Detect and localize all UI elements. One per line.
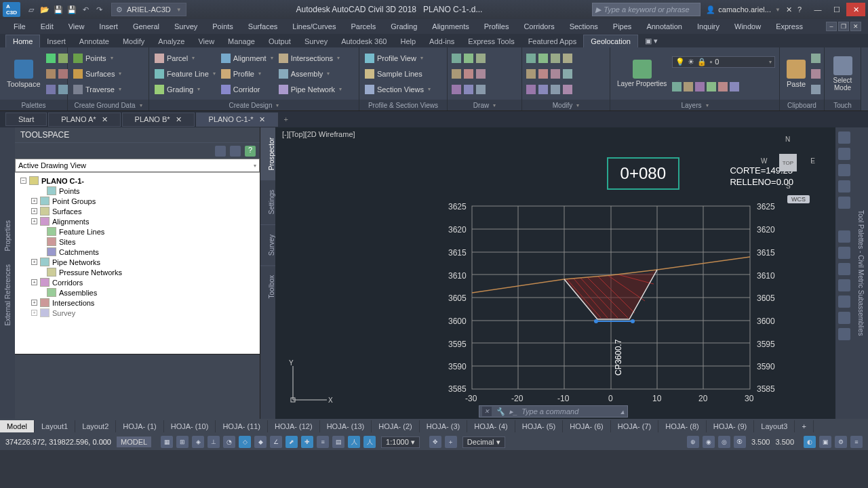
array-icon[interactable] <box>551 85 560 94</box>
shelf-xrefs[interactable]: External References <box>4 258 12 333</box>
menu-surfaces[interactable]: Surfaces <box>241 21 284 32</box>
scale-icon[interactable] <box>538 85 548 94</box>
layout-1[interactable]: Layout1 <box>35 420 75 432</box>
copy-clip-icon[interactable] <box>811 69 821 79</box>
tab-output[interactable]: Output <box>262 35 298 47</box>
traverse-button[interactable]: Traverse▾ <box>72 84 123 95</box>
menu-file[interactable]: File <box>7 21 33 32</box>
menu-window[interactable]: Window <box>728 21 768 32</box>
layout-add[interactable]: + <box>795 420 813 432</box>
nav-tool-6[interactable] <box>838 312 850 324</box>
open-icon[interactable]: 📂 <box>39 4 50 15</box>
tab-insert[interactable]: Insert <box>40 35 73 47</box>
rotate-icon[interactable] <box>538 54 548 63</box>
layout-h9[interactable]: HOJA- (9) <box>707 420 755 432</box>
node-pressurenetworks[interactable]: Pressure Networks <box>38 267 257 277</box>
selectmode-button[interactable]: Select Mode <box>829 50 856 97</box>
sb-r6[interactable]: ▣ <box>819 436 831 448</box>
node-intersections[interactable]: +Intersections <box>31 298 257 308</box>
menu-sections[interactable]: Sections <box>563 21 605 32</box>
grading-button[interactable]: Grading▾ <box>153 84 217 95</box>
tab-geolocation[interactable]: Geolocation <box>583 35 638 47</box>
workspace-selector[interactable]: ⚙ ARIEL-AC3D ▼ <box>111 3 186 16</box>
nav-tool-7[interactable] <box>838 328 850 340</box>
text-icon[interactable] <box>476 69 486 79</box>
tab-view[interactable]: View <box>191 35 221 47</box>
laylck-icon[interactable] <box>707 82 716 92</box>
node-corridors[interactable]: +Corridors <box>31 277 257 287</box>
sb-icon-1[interactable]: ✥ <box>429 436 441 448</box>
paste-button[interactable]: Paste <box>784 50 808 97</box>
menu-corridors[interactable]: Corridors <box>517 21 561 32</box>
tab-plano-b[interactable]: PLANO B*✕ <box>122 113 195 127</box>
tab-annotate[interactable]: Annotate <box>73 35 116 47</box>
tab-survey[interactable]: Survey <box>298 35 334 47</box>
nav-pan-icon[interactable] <box>838 148 850 160</box>
snap-toggle[interactable]: ⊞ <box>176 436 189 448</box>
palette-icon-6[interactable] <box>58 85 68 94</box>
fillet-icon[interactable] <box>551 69 560 79</box>
new-icon[interactable]: ▱ <box>26 4 37 15</box>
tpy-toggle[interactable]: ▤ <box>332 436 344 448</box>
layout-model[interactable]: Model <box>0 420 35 432</box>
menu-pipes[interactable]: Pipes <box>606 21 639 32</box>
maximize-button[interactable]: ☐ <box>827 3 846 16</box>
sb-r4[interactable]: ⦿ <box>734 436 746 448</box>
close-button[interactable]: ✕ <box>846 3 865 16</box>
match-icon[interactable] <box>811 85 821 94</box>
annoscale-combo[interactable]: 1:1000 ▾ <box>381 436 420 448</box>
menu-insert[interactable]: Insert <box>92 21 125 32</box>
save-icon[interactable]: 💾 <box>53 4 64 15</box>
polar-toggle[interactable]: ◔ <box>223 436 235 448</box>
sectionviews-button[interactable]: Section Views▾ <box>363 84 432 95</box>
ellipse-icon[interactable] <box>464 85 473 94</box>
chevron-up-icon[interactable]: ▴ <box>620 407 625 416</box>
tab-a360[interactable]: Autodesk 360 <box>334 35 393 47</box>
sb-r7[interactable]: ⚙ <box>835 436 847 448</box>
pline-icon[interactable] <box>476 85 486 94</box>
menu-alignments[interactable]: Alignments <box>425 21 475 32</box>
tab-help[interactable]: Help <box>393 35 422 47</box>
layer-combo[interactable]: 💡☀🔒▫ 0 ▾ <box>672 56 775 68</box>
nav-orbit-icon[interactable] <box>838 180 850 192</box>
copy-icon[interactable] <box>526 69 536 79</box>
menu-lines[interactable]: Lines/Curves <box>285 21 342 32</box>
app-logo[interactable]: AC3D <box>3 2 20 17</box>
tab-manage[interactable]: Manage <box>221 35 262 47</box>
samplelines-button[interactable]: Sample Lines <box>363 68 432 79</box>
node-alignments[interactable]: +Alignments <box>31 216 257 226</box>
sb-menu[interactable]: ≡ <box>850 436 863 448</box>
exchange-icon[interactable]: ✕ <box>786 5 792 14</box>
node-surfaces[interactable]: +Surfaces <box>31 206 257 216</box>
rect-icon[interactable] <box>464 54 473 63</box>
mirror-icon[interactable] <box>538 69 548 79</box>
layout-h1[interactable]: HOJA- (1) <box>116 420 164 432</box>
node-featurelines[interactable]: Feature Lines <box>38 226 257 237</box>
tab-start[interactable]: Start <box>5 113 47 126</box>
mdi-close[interactable]: ✕ <box>850 22 861 31</box>
corridor-button[interactable]: Corridor <box>220 84 275 95</box>
layout-h2[interactable]: HOJA- (2) <box>372 420 420 432</box>
layfrz-icon[interactable] <box>695 82 705 92</box>
menu-express[interactable]: Express <box>769 21 810 32</box>
menu-general[interactable]: General <box>126 21 166 32</box>
intersections-button[interactable]: Intersections▾ <box>277 53 343 64</box>
offset-icon[interactable] <box>563 85 572 94</box>
sb-icon-2[interactable]: ＋ <box>445 436 457 448</box>
tab-home[interactable]: Home <box>5 35 40 47</box>
viewcube[interactable]: TOP N S E W <box>761 136 815 190</box>
layout-h7[interactable]: HOJA- (7) <box>611 420 659 432</box>
units-combo[interactable]: Decimal ▾ <box>462 436 505 448</box>
layout-h13[interactable]: HOJA- (13) <box>320 420 372 432</box>
search-input[interactable]: ▶Type a keyword or phrase <box>592 3 701 16</box>
ts-tool-2[interactable] <box>230 146 241 157</box>
explode-icon[interactable] <box>563 69 572 79</box>
menu-parcels[interactable]: Parcels <box>344 21 382 32</box>
menu-edit[interactable]: Edit <box>34 21 60 32</box>
move-icon[interactable] <box>526 54 536 63</box>
dynucs-toggle[interactable]: ⬈ <box>285 436 298 448</box>
sidetab-prospector[interactable]: Prospector <box>260 127 275 180</box>
nav-zoom-icon[interactable] <box>838 164 850 176</box>
ortho-toggle[interactable]: ⊥ <box>208 436 220 448</box>
palette-icon-5[interactable] <box>58 69 68 79</box>
